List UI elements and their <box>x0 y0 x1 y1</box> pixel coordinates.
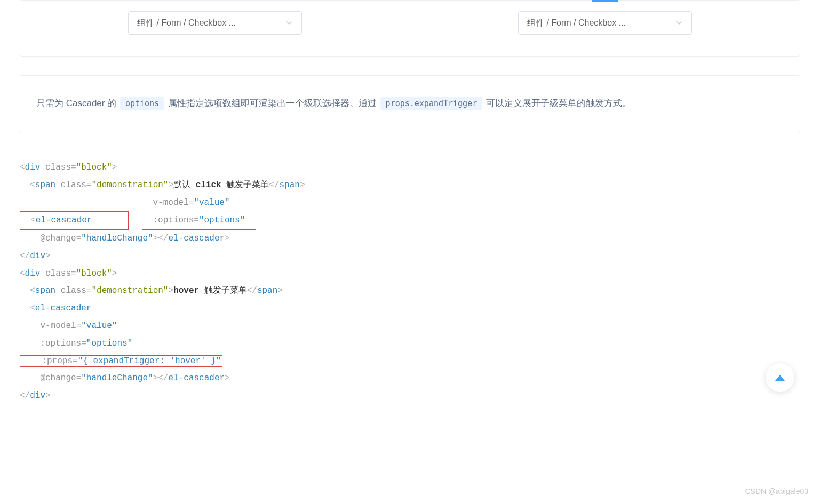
cascader-text: 组件 / Form / Checkbox ... <box>137 18 236 29</box>
watermark: CSDN @abigale03 <box>745 487 809 495</box>
code-line: </div> <box>20 387 800 405</box>
demo-block-hover: 组件 / Form / Checkbox ... <box>410 1 800 51</box>
code-line: <el-cascader <box>20 212 128 229</box>
red-highlight-box-3: :props="{ expandTrigger: 'hover' }" <box>20 353 222 370</box>
red-highlight-box-1: <el-cascader <box>20 211 129 230</box>
scroll-to-top-button[interactable] <box>766 363 794 392</box>
code-line: <el-cascader <box>20 300 800 317</box>
code-line: <div class="block"> <box>20 159 800 177</box>
cascader-text: 组件 / Form / Checkbox ... <box>527 18 626 29</box>
inline-code-options: options <box>120 97 164 110</box>
code-line: @change="handleChange"></el-cascader> <box>20 230 800 247</box>
active-indicator <box>592 0 618 2</box>
desc-part1: 只需为 Cascader 的 <box>36 98 119 108</box>
inline-code-expandtrigger: props.expandTrigger <box>380 97 483 110</box>
description-box: 只需为 Cascader 的 options 属性指定选项数组即可渲染出一个级联… <box>20 75 800 132</box>
arrow-up-icon <box>775 375 785 381</box>
demo-row: 组件 / Form / Checkbox ... 组件 / Form / Che… <box>20 1 800 51</box>
desc-part3: 可以定义展开子级菜单的触发方式。 <box>483 98 631 108</box>
cascader-select-1[interactable]: 组件 / Form / Checkbox ... <box>128 11 302 35</box>
code-line: v-model="value" <box>142 194 245 212</box>
code-block: <div class="block"> <span class="demonst… <box>20 148 800 415</box>
code-line: @change="handleChange"></el-cascader> <box>20 370 800 387</box>
code-line: :options="options" <box>20 335 800 353</box>
demo-container: 组件 / Form / Checkbox ... 组件 / Form / Che… <box>20 0 800 57</box>
red-highlight-box-2: v-model="value" :options="options" <box>142 194 256 230</box>
code-line: v-model="value" <box>20 317 800 335</box>
demo-block-click: 组件 / Form / Checkbox ... <box>20 1 410 51</box>
description-text: 只需为 Cascader 的 options 属性指定选项数组即可渲染出一个级联… <box>36 93 784 115</box>
chevron-down-icon <box>675 19 683 27</box>
code-line: :options="options" <box>142 212 245 229</box>
code-line: <div class="block"> <box>20 265 800 283</box>
chevron-down-icon <box>285 19 293 27</box>
cascader-select-2[interactable]: 组件 / Form / Checkbox ... <box>518 11 692 35</box>
code-line: </div> <box>20 247 800 265</box>
code-line: <span class="demonstration">hover 触发子菜单<… <box>20 282 800 300</box>
code-line: <span class="demonstration">默认 click 触发子… <box>20 177 800 194</box>
desc-part2: 属性指定选项数组即可渲染出一个级联选择器。通过 <box>165 98 379 108</box>
code-line: :props="{ expandTrigger: 'hover' }" <box>20 355 222 367</box>
